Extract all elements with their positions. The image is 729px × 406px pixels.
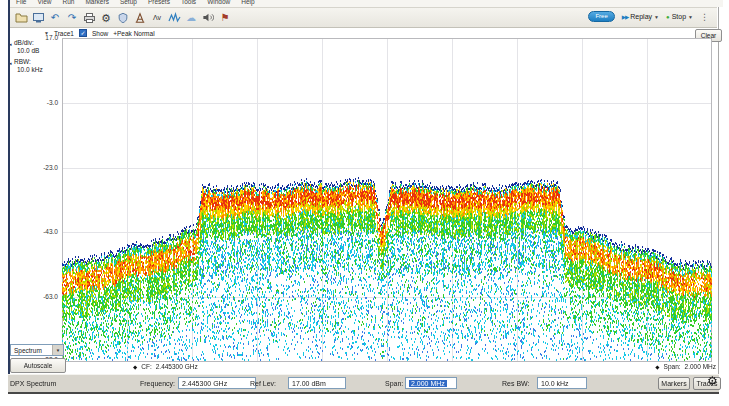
stop-dropdown-icon[interactable]: ▼ (688, 14, 693, 20)
overflow-menu-icon[interactable]: ⋮ (700, 12, 709, 22)
cf-label: CF: (141, 363, 151, 370)
menu-item-setup[interactable]: Setup (120, 0, 137, 7)
spectrum-analyzer-app: { "menu": { "items": ["File","View","Run… (0, 0, 729, 406)
run-control-cluster: Free ▶▶ Replay ▼ ● Stop ▼ ⋮ (588, 11, 709, 22)
acquisition-status-pill: Free (588, 11, 614, 22)
view-selector-value: Spectrum (14, 347, 42, 354)
toolbar: ↶ ↷ ⚙ Λv ☁ ⚑ Free ▶▶ Replay ▼ ● Stop ▼ ⋮ (10, 7, 717, 28)
span-field-selected-text: 2.000 MHz (409, 380, 447, 387)
res-bw-field[interactable]: 10.0 kHz (537, 377, 587, 389)
flag-icon[interactable]: ⚑ (217, 10, 233, 25)
rbw-value[interactable]: 10.0 kHz (17, 66, 43, 73)
menu-item-window[interactable]: Window (207, 0, 230, 7)
span-field[interactable]: 2.000 MHz (405, 377, 457, 389)
db-per-div-value[interactable]: 10.0 dB (17, 47, 39, 54)
res-bw-label: Res BW: (502, 380, 530, 387)
replay-button[interactable]: ▶▶ Replay ▼ (622, 13, 659, 20)
markers-button[interactable]: Markers (658, 377, 690, 390)
frequency-label: Frequency: (140, 380, 175, 387)
menu-item-help[interactable]: Help (241, 0, 254, 7)
redo-icon[interactable]: ↷ (64, 10, 80, 25)
span-marker-icon[interactable]: ◆ (655, 364, 659, 370)
settings-gear-icon[interactable]: ⚙ (707, 374, 718, 388)
span-annot-value: 2.000 MHz (685, 363, 716, 370)
show-trace-checkbox[interactable]: ✓ (79, 29, 87, 37)
dpx-bitmap-canvas[interactable] (62, 38, 712, 362)
print-icon[interactable] (81, 10, 97, 25)
settings-gear-icon[interactable]: ⚙ (98, 10, 114, 25)
collapse-arrow-icon[interactable]: ◂ (9, 60, 12, 66)
cloud-icon[interactable]: ☁ (183, 10, 199, 25)
replay-label: Replay (630, 13, 652, 20)
replay-icon: ▶▶ (622, 14, 628, 20)
window-bottom-border (8, 392, 719, 394)
y-tick-label: -43.0 (26, 228, 58, 235)
menu-item-presets[interactable]: Presets (148, 0, 170, 7)
y-tick-label: -3.0 (26, 99, 58, 106)
chevron-down-icon[interactable]: ▼ (52, 345, 63, 355)
settings-bar: DPX Spectrum Frequency: 2.445300 GHz Ref… (8, 374, 719, 392)
y-tick-label: -23.0 (26, 164, 58, 171)
y-tick-label: 17.0 (26, 34, 58, 41)
open-folder-icon[interactable] (13, 10, 29, 25)
menu-item-view[interactable]: View (37, 0, 51, 7)
cf-marker-icon[interactable]: ◆ (133, 364, 137, 370)
collapse-arrow-icon[interactable]: ◂ (9, 41, 12, 47)
window-left-border (8, 0, 10, 393)
antenna-icon[interactable] (132, 10, 148, 25)
ref-level-field[interactable]: 17.00 dBm (288, 377, 346, 389)
view-selector[interactable]: Spectrum ▼ (10, 344, 64, 356)
trace-detection-selector[interactable]: +Peak Normal (113, 30, 154, 37)
undo-icon[interactable]: ↶ (47, 10, 63, 25)
speaker-icon[interactable] (200, 10, 216, 25)
trace-settings-bar: ▼ Trace1 ✓ Show +Peak Normal (44, 28, 155, 38)
stop-label: Stop (672, 13, 686, 20)
run-state-icon: ● (666, 14, 670, 20)
center-frequency-annotation: ◆ CF: 2.445300 GHz (133, 363, 198, 370)
show-trace-label: Show (92, 30, 108, 37)
stop-button[interactable]: ● Stop ▼ (666, 13, 693, 20)
ref-level-label: Ref Lev: (250, 380, 276, 387)
y-tick-label: -63.0 (26, 293, 58, 300)
span-annot-label: Span: (664, 363, 681, 370)
menu-bar: File View Run Markers Setup Presets Tool… (10, 0, 723, 7)
waveform-icon[interactable] (166, 10, 182, 25)
replay-dropdown-icon[interactable]: ▼ (654, 14, 659, 20)
save-icon[interactable] (30, 10, 46, 25)
rbw-label: RBW: (14, 58, 31, 65)
menu-item-markers[interactable]: Markers (85, 0, 108, 7)
span-label: Span: (385, 380, 403, 387)
autoscale-button[interactable]: Autoscale (10, 358, 66, 373)
markers-icon[interactable]: Λv (149, 10, 165, 25)
menu-item-file[interactable]: File (16, 0, 26, 7)
menu-item-run[interactable]: Run (62, 0, 74, 7)
frequency-field[interactable]: 2.445300 GHz (178, 377, 256, 389)
menu-item-tools[interactable]: Tools (181, 0, 196, 7)
shield-icon[interactable] (115, 10, 131, 25)
cf-value: 2.445300 GHz (156, 363, 198, 370)
measurement-mode-label: DPX Spectrum (10, 380, 56, 387)
span-annotation: ◆ Span: 2.000 MHz (655, 363, 716, 370)
